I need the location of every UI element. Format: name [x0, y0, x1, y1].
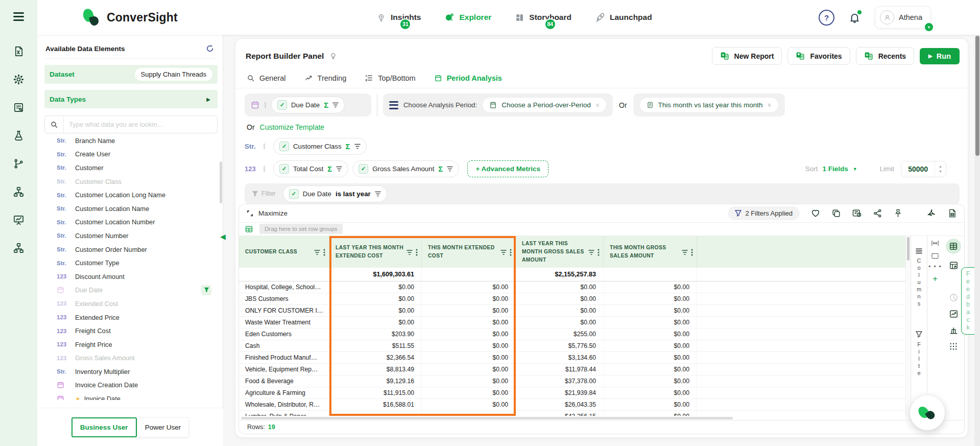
filters-applied-chip[interactable]: 2 Filters Applied	[728, 206, 800, 220]
column-menu-icon[interactable]	[691, 247, 693, 256]
column-header[interactable]: THIS MONTH GROSS SALES AMOUNT	[604, 236, 697, 268]
table-vscroll-thumb[interactable]	[907, 237, 910, 261]
row-group-grid-icon[interactable]	[245, 225, 253, 233]
customize-template-link[interactable]: Customize Template	[260, 123, 325, 131]
sigma-icon[interactable]: Σ	[346, 142, 350, 151]
export-pdf-icon[interactable]	[926, 208, 937, 218]
favorite-heart-icon[interactable]	[810, 208, 821, 218]
data-element-item[interactable]: Str.Customer Location Number	[57, 216, 218, 229]
table-row[interactable]: Cash$511.55$0.00$5,776.50$0.00	[239, 340, 905, 352]
check-icon[interactable]: ✓	[279, 164, 289, 174]
settings-gear-icon[interactable]	[13, 74, 25, 86]
excel-file-icon[interactable]	[13, 45, 25, 58]
column-header[interactable]: LAST YEAR THIS MONTH EXTENDED COST	[329, 236, 422, 268]
collapse-panel-arrow[interactable]: ◀	[220, 232, 226, 241]
nav-explorer[interactable]: Explorer	[444, 12, 491, 22]
sidebar-scrollbar-thumb[interactable]	[220, 161, 222, 203]
column-filter-icon[interactable]	[588, 247, 594, 256]
more-charts-grid-icon[interactable]	[949, 342, 958, 351]
filter-badge-icon[interactable]	[201, 285, 211, 295]
dataset-value[interactable]: Supply Chain Threads	[135, 68, 212, 81]
pie-chart-icon[interactable]	[949, 293, 959, 302]
tab-period-analysis[interactable]: Period Analysis	[434, 74, 502, 82]
column-filter-icon[interactable]	[407, 247, 413, 256]
period-template-dropdown[interactable]: This month vs last year this month ∨	[639, 97, 779, 113]
power-user-button[interactable]: Power User	[137, 417, 189, 437]
field-filter-icon[interactable]	[447, 166, 453, 172]
table-view-icon[interactable]	[946, 239, 961, 254]
sigma-icon[interactable]: Σ	[327, 165, 332, 173]
column-header[interactable]: THIS MONTH EXTENDED COST	[422, 236, 516, 268]
pin-icon[interactable]	[893, 208, 903, 218]
data-element-item[interactable]: Str.Customer Type	[57, 256, 218, 270]
table-row[interactable]: Lumber, Pulp & Paper$29,484.10$0.00$43,2…	[239, 411, 905, 416]
field-filter-icon[interactable]	[332, 102, 339, 108]
table-row[interactable]: Eden Customers$203.90$0.00$255.00$0.00	[239, 328, 905, 340]
data-element-item[interactable]: Str.Customer Order Number	[57, 243, 218, 256]
data-types-row[interactable]: Data Types ▶	[44, 90, 218, 108]
share-icon[interactable]	[873, 208, 882, 218]
report-doc-icon[interactable]	[13, 102, 25, 114]
columns-tool-tab[interactable]: Columns	[916, 248, 922, 308]
limit-value[interactable]: 50000	[901, 161, 935, 177]
advanced-metrics-button[interactable]: + Advanced Metrics	[467, 160, 548, 177]
tab-general[interactable]: General	[247, 74, 286, 82]
data-element-item[interactable]: ★Invoice Date	[57, 392, 218, 400]
presentation-chart-icon[interactable]	[13, 214, 25, 226]
data-element-item[interactable]: 123Extended Price	[57, 311, 218, 324]
help-icon[interactable]: ?	[819, 10, 834, 26]
data-element-item[interactable]: Invoice Creation Date	[57, 379, 218, 392]
conversight-logo[interactable]: ConverSight	[82, 7, 178, 28]
table-horizontal-scrollbar[interactable]	[240, 416, 963, 420]
column-menu-icon[interactable]	[323, 247, 325, 256]
check-icon[interactable]: ✓	[289, 189, 299, 199]
sigma-icon[interactable]: Σ	[438, 165, 443, 173]
drag-handle-icon[interactable]	[265, 102, 266, 108]
column-menu-icon[interactable]	[597, 247, 600, 256]
data-element-item[interactable]: Due Date	[57, 284, 218, 297]
window-scrollbar[interactable]	[974, 35, 980, 446]
export-xls-icon[interactable]	[947, 208, 957, 218]
data-element-item[interactable]: Str.Customer Number	[57, 229, 218, 243]
check-icon[interactable]: ✓	[279, 142, 289, 151]
total-cost-chip[interactable]: ✓ Total Cost Σ	[273, 160, 348, 177]
business-user-button[interactable]: Business User	[71, 417, 137, 437]
hint-bulb-icon[interactable]	[329, 52, 338, 60]
table-row[interactable]: JBS Customers$0.00$0.00$0.00$0.00	[239, 293, 905, 305]
refresh-icon[interactable]	[205, 44, 214, 53]
column-filter-icon[interactable]	[682, 247, 688, 256]
pivot-view-icon[interactable]	[949, 261, 959, 270]
table-vertical-scrollbar[interactable]	[905, 236, 911, 416]
check-icon[interactable]: ✓	[358, 164, 368, 174]
data-element-item[interactable]: 123Freight Cost	[57, 324, 218, 338]
due-date-filter-chip[interactable]: ✓ Due Date is last year	[283, 185, 387, 202]
fit-columns-icon[interactable]	[931, 240, 939, 247]
data-element-item[interactable]: 123Discount Amount	[57, 270, 218, 284]
new-report-button[interactable]: New Report	[712, 47, 782, 65]
column-menu-icon[interactable]	[510, 247, 512, 256]
table-hscroll-thumb[interactable]	[241, 417, 733, 419]
column-menu-icon[interactable]	[416, 247, 418, 256]
sigma-icon[interactable]: Σ	[324, 101, 328, 109]
due-date-field-chip[interactable]: ✓ Due Date Σ	[271, 97, 345, 113]
maximize-button[interactable]: Maximize	[246, 209, 288, 217]
nav-insights[interactable]: Insights 31	[376, 13, 421, 22]
stepper-arrows[interactable]: ▲▼	[935, 161, 946, 177]
data-element-item[interactable]: Str.Inventory Multiplier	[57, 365, 218, 379]
table-row[interactable]: Agriculture & Farming$11,915.00$0.00$21,…	[239, 387, 905, 399]
field-filter-icon[interactable]	[354, 144, 361, 149]
hierarchy-icon[interactable]	[13, 242, 25, 254]
field-filter-icon[interactable]	[336, 166, 342, 172]
column-filter-icon[interactable]	[500, 247, 507, 256]
user-menu[interactable]: Athena ▼	[875, 6, 931, 29]
data-element-item[interactable]: Str.Create User	[57, 148, 218, 161]
table-row[interactable]: Finished Product Manuf…$2,366.54$0.00$3,…	[239, 352, 905, 364]
drag-handle-icon[interactable]	[264, 166, 265, 172]
column-header[interactable]: LAST YEAR THIS MONTH GROSS SALES AMOUNT	[516, 236, 604, 268]
add-icon[interactable]: +	[933, 274, 938, 283]
hamburger-menu-icon[interactable]	[13, 12, 24, 21]
table-row[interactable]: ONLY FOR CUSTOMER I…$0.00$0.00$0.00$0.00	[239, 305, 905, 317]
gross-sales-amount-chip[interactable]: ✓ Gross Sales Amount Σ	[352, 160, 459, 177]
feedback-tab[interactable]: Feedback	[961, 267, 974, 335]
search-input[interactable]	[64, 121, 217, 128]
